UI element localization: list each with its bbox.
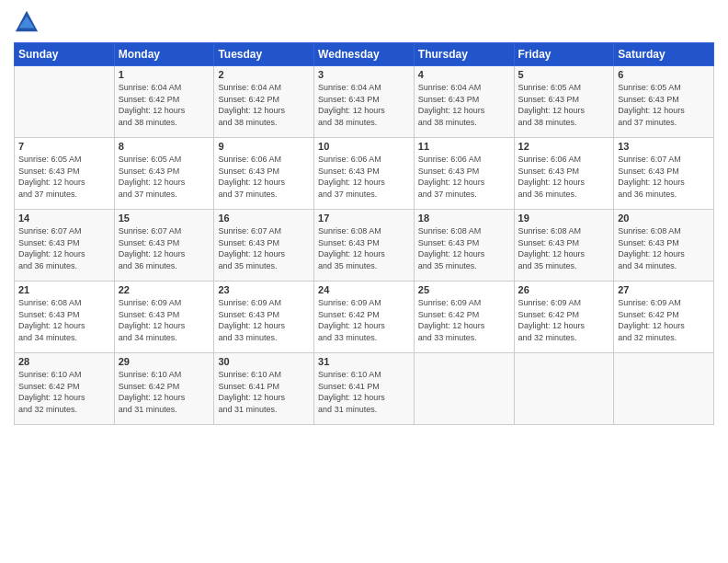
day-number: 25 [418,284,510,295]
day-info: Sunrise: 6:08 AM Sunset: 6:43 PM Dayligh… [518,225,610,271]
day-number: 14 [18,213,110,224]
weekday-header: Thursday [414,43,514,66]
calendar-cell: 11Sunrise: 6:06 AM Sunset: 6:43 PM Dayli… [414,138,514,210]
day-number: 31 [318,356,410,367]
calendar-cell: 16Sunrise: 6:07 AM Sunset: 6:43 PM Dayli… [214,210,314,282]
day-info: Sunrise: 6:06 AM Sunset: 6:43 PM Dayligh… [318,154,410,200]
day-info: Sunrise: 6:10 AM Sunset: 6:41 PM Dayligh… [318,369,410,415]
weekday-header: Friday [514,43,614,66]
day-number: 20 [618,213,710,224]
calendar-cell: 20Sunrise: 6:08 AM Sunset: 6:43 PM Dayli… [614,210,714,282]
day-info: Sunrise: 6:04 AM Sunset: 6:42 PM Dayligh… [218,82,310,128]
day-info: Sunrise: 6:07 AM Sunset: 6:43 PM Dayligh… [18,225,110,271]
calendar-cell: 13Sunrise: 6:07 AM Sunset: 6:43 PM Dayli… [614,138,714,210]
day-number: 7 [18,141,110,152]
calendar-cell: 1Sunrise: 6:04 AM Sunset: 6:42 PM Daylig… [114,66,214,138]
day-info: Sunrise: 6:05 AM Sunset: 6:43 PM Dayligh… [518,82,610,128]
calendar-cell: 28Sunrise: 6:10 AM Sunset: 6:42 PM Dayli… [15,353,115,425]
calendar-cell: 29Sunrise: 6:10 AM Sunset: 6:42 PM Dayli… [114,353,214,425]
calendar-cell: 15Sunrise: 6:07 AM Sunset: 6:43 PM Dayli… [114,210,214,282]
day-number: 8 [119,141,210,152]
calendar-cell: 7Sunrise: 6:05 AM Sunset: 6:43 PM Daylig… [15,138,115,210]
calendar-cell: 4Sunrise: 6:04 AM Sunset: 6:43 PM Daylig… [414,66,514,138]
main-container: SundayMondayTuesdayWednesdayThursdayFrid… [0,0,728,434]
day-info: Sunrise: 6:09 AM Sunset: 6:42 PM Dayligh… [318,297,410,343]
calendar-week-row: 14Sunrise: 6:07 AM Sunset: 6:43 PM Dayli… [15,210,714,282]
day-number: 26 [518,284,610,295]
day-number: 23 [218,284,310,295]
day-info: Sunrise: 6:09 AM Sunset: 6:42 PM Dayligh… [418,297,510,343]
day-number: 2 [218,69,310,80]
day-info: Sunrise: 6:04 AM Sunset: 6:43 PM Dayligh… [418,82,510,128]
day-info: Sunrise: 6:09 AM Sunset: 6:43 PM Dayligh… [119,297,210,343]
day-info: Sunrise: 6:06 AM Sunset: 6:43 PM Dayligh… [518,154,610,200]
day-info: Sunrise: 6:07 AM Sunset: 6:43 PM Dayligh… [618,154,710,200]
day-number: 17 [318,213,410,224]
logo [14,9,43,35]
calendar-cell: 8Sunrise: 6:05 AM Sunset: 6:43 PM Daylig… [114,138,214,210]
calendar-cell: 9Sunrise: 6:06 AM Sunset: 6:43 PM Daylig… [214,138,314,210]
calendar-cell: 19Sunrise: 6:08 AM Sunset: 6:43 PM Dayli… [514,210,614,282]
day-number: 1 [119,69,210,80]
day-number: 27 [618,284,710,295]
day-number: 12 [518,141,610,152]
calendar-cell: 14Sunrise: 6:07 AM Sunset: 6:43 PM Dayli… [15,210,115,282]
calendar-cell: 6Sunrise: 6:05 AM Sunset: 6:43 PM Daylig… [614,66,714,138]
day-info: Sunrise: 6:09 AM Sunset: 6:42 PM Dayligh… [618,297,710,343]
day-number: 28 [18,356,110,367]
calendar-cell [514,353,614,425]
calendar-cell: 17Sunrise: 6:08 AM Sunset: 6:43 PM Dayli… [314,210,415,282]
day-number: 30 [218,356,310,367]
day-number: 6 [618,69,710,80]
calendar-cell: 25Sunrise: 6:09 AM Sunset: 6:42 PM Dayli… [414,282,514,353]
day-info: Sunrise: 6:07 AM Sunset: 6:43 PM Dayligh… [119,225,210,271]
header [14,9,714,35]
calendar-cell: 2Sunrise: 6:04 AM Sunset: 6:42 PM Daylig… [214,66,314,138]
day-number: 19 [518,213,610,224]
calendar-table: SundayMondayTuesdayWednesdayThursdayFrid… [14,42,714,425]
calendar-week-row: 1Sunrise: 6:04 AM Sunset: 6:42 PM Daylig… [15,66,714,138]
day-info: Sunrise: 6:05 AM Sunset: 6:43 PM Dayligh… [18,154,110,200]
calendar-cell: 5Sunrise: 6:05 AM Sunset: 6:43 PM Daylig… [514,66,614,138]
calendar-week-row: 21Sunrise: 6:08 AM Sunset: 6:43 PM Dayli… [15,282,714,353]
calendar-week-row: 7Sunrise: 6:05 AM Sunset: 6:43 PM Daylig… [15,138,714,210]
day-info: Sunrise: 6:08 AM Sunset: 6:43 PM Dayligh… [418,225,510,271]
day-number: 3 [318,69,410,80]
day-info: Sunrise: 6:08 AM Sunset: 6:43 PM Dayligh… [618,225,710,271]
calendar-cell: 31Sunrise: 6:10 AM Sunset: 6:41 PM Dayli… [314,353,415,425]
day-number: 18 [418,213,510,224]
calendar-cell: 23Sunrise: 6:09 AM Sunset: 6:43 PM Dayli… [214,282,314,353]
weekday-header: Sunday [15,43,115,66]
day-number: 24 [318,284,410,295]
header-row: SundayMondayTuesdayWednesdayThursdayFrid… [15,43,714,66]
weekday-header: Tuesday [214,43,314,66]
calendar-cell: 30Sunrise: 6:10 AM Sunset: 6:41 PM Dayli… [214,353,314,425]
day-number: 13 [618,141,710,152]
calendar-cell: 12Sunrise: 6:06 AM Sunset: 6:43 PM Dayli… [514,138,614,210]
day-number: 4 [418,69,510,80]
day-info: Sunrise: 6:10 AM Sunset: 6:42 PM Dayligh… [119,369,210,415]
day-number: 29 [119,356,210,367]
calendar-cell: 27Sunrise: 6:09 AM Sunset: 6:42 PM Dayli… [614,282,714,353]
weekday-header: Wednesday [314,43,415,66]
day-number: 9 [218,141,310,152]
calendar-cell [414,353,514,425]
day-info: Sunrise: 6:10 AM Sunset: 6:42 PM Dayligh… [18,369,110,415]
calendar-week-row: 28Sunrise: 6:10 AM Sunset: 6:42 PM Dayli… [15,353,714,425]
day-info: Sunrise: 6:09 AM Sunset: 6:42 PM Dayligh… [518,297,610,343]
calendar-cell: 18Sunrise: 6:08 AM Sunset: 6:43 PM Dayli… [414,210,514,282]
day-info: Sunrise: 6:07 AM Sunset: 6:43 PM Dayligh… [218,225,310,271]
day-info: Sunrise: 6:05 AM Sunset: 6:43 PM Dayligh… [119,154,210,200]
day-info: Sunrise: 6:08 AM Sunset: 6:43 PM Dayligh… [318,225,410,271]
calendar-cell [614,353,714,425]
weekday-header: Saturday [614,43,714,66]
day-number: 16 [218,213,310,224]
day-info: Sunrise: 6:04 AM Sunset: 6:43 PM Dayligh… [318,82,410,128]
day-info: Sunrise: 6:05 AM Sunset: 6:43 PM Dayligh… [618,82,710,128]
day-number: 21 [18,284,110,295]
day-info: Sunrise: 6:09 AM Sunset: 6:43 PM Dayligh… [218,297,310,343]
logo-icon [14,9,40,35]
calendar-cell: 3Sunrise: 6:04 AM Sunset: 6:43 PM Daylig… [314,66,415,138]
day-number: 10 [318,141,410,152]
calendar-cell [15,66,115,138]
